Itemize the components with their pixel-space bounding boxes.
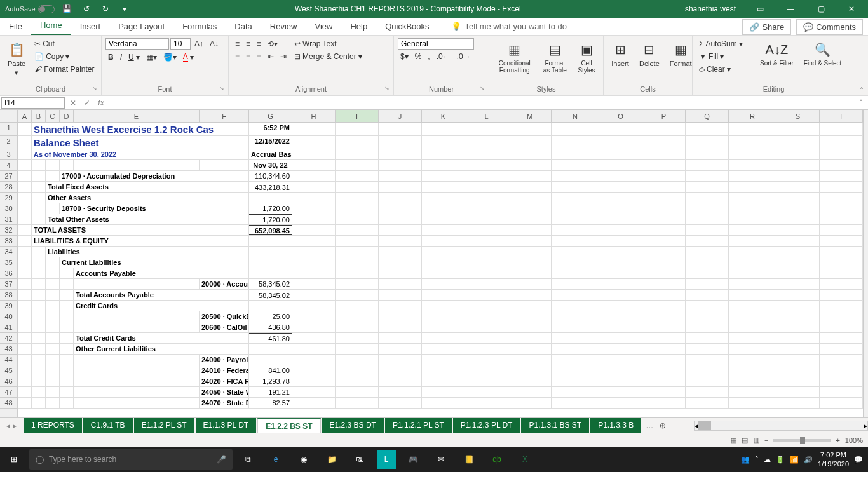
cell-J30[interactable] [379,203,422,214]
cell-Q27[interactable] [686,171,729,181]
cell-M45[interactable] [508,365,552,376]
cell-C28[interactable]: Total Fixed Assets [46,182,249,192]
cell-I4[interactable] [336,160,379,170]
cell-N30[interactable] [552,203,599,214]
cell-J32[interactable] [379,225,422,235]
cell-R27[interactable] [729,171,776,181]
cell-H29[interactable] [292,193,336,203]
cancel-formula-icon[interactable]: ✕ [66,97,80,109]
cell-R32[interactable] [729,225,776,235]
cell-F45[interactable]: 24010 · Federal Withholding [200,365,249,376]
cell-L44[interactable] [465,355,508,365]
cell-L38[interactable] [465,290,508,300]
comments-button[interactable]: 💬 Comments [796,19,863,35]
tray-chevron-icon[interactable]: ˄ [755,456,759,464]
cell-M32[interactable] [508,225,552,235]
align-left-icon[interactable]: ≡ [233,51,242,62]
cell-J33[interactable] [379,236,422,246]
wrap-text-button[interactable]: ↩Wrap Text [292,38,365,50]
cell-L1[interactable] [465,123,508,135]
cell-T46[interactable] [820,376,863,386]
cell-Q42[interactable] [686,333,729,343]
cell-F46[interactable]: 24020 · FICA Payable [200,376,249,386]
cell-H27[interactable] [292,171,336,181]
cell-E41[interactable] [74,322,200,332]
cell-G29[interactable] [249,193,292,203]
row-header-43[interactable]: 43 [0,344,17,355]
close-icon[interactable]: ✕ [837,0,865,18]
row-header-27[interactable]: 27 [0,171,17,182]
grid-row[interactable]: LIABILITIES & EQUITY [18,236,863,247]
column-headers[interactable]: ABCDEFGHIJKLMNOPQRST [0,110,863,123]
cell-O31[interactable] [599,214,642,224]
cell-J31[interactable] [379,214,422,224]
cell-T28[interactable] [820,182,863,192]
cell-I30[interactable] [336,203,379,214]
cell-B42[interactable] [32,333,46,343]
tab-quickbooks[interactable]: QuickBooks [376,18,438,35]
cell-G45[interactable]: 841.00 [249,365,292,376]
column-header-E[interactable]: E [74,110,200,122]
cell-G37[interactable]: 58,345.02 [249,279,292,289]
cell-D48[interactable] [60,398,74,408]
cell-D38[interactable] [60,290,74,300]
comma-format-icon[interactable]: , [425,51,432,62]
cell-D46[interactable] [60,376,74,386]
cell-K28[interactable] [422,182,465,192]
cell-P32[interactable] [642,225,686,235]
cell-Q46[interactable] [686,376,729,386]
cell-N45[interactable] [552,365,599,376]
grid-row[interactable]: Current Liabilities [18,257,863,268]
cell-O35[interactable] [599,257,642,268]
row-header-47[interactable]: 47 [0,387,17,398]
cell-S43[interactable] [776,344,820,354]
cell-I47[interactable] [336,387,379,397]
cell-L28[interactable] [465,182,508,192]
cell-C45[interactable] [46,365,60,376]
grid-row[interactable]: Other Assets [18,193,863,203]
enter-formula-icon[interactable]: ✓ [80,97,94,109]
cell-N28[interactable] [552,182,599,192]
column-header-B[interactable]: B [32,110,46,122]
cell-I45[interactable] [336,365,379,376]
cell-O30[interactable] [599,203,642,214]
cell-G44[interactable] [249,355,292,365]
notifications-icon[interactable]: 💬 [854,456,863,464]
cell-A3[interactable] [18,149,32,159]
column-header-G[interactable]: G [249,110,292,122]
cell-L30[interactable] [465,203,508,214]
sheet-tab[interactable]: P1.1.2.1 PL ST [385,418,452,433]
quickbooks-icon[interactable]: qb [483,447,511,472]
cell-S4[interactable] [776,160,820,170]
cell-M2[interactable] [508,136,552,149]
cell-C43[interactable] [46,344,60,354]
cell-S32[interactable] [776,225,820,235]
cell-N34[interactable] [552,247,599,257]
cell-T39[interactable] [820,301,863,311]
merge-center-button[interactable]: ⊟Merge & Center▾ [292,51,365,62]
cell-L31[interactable] [465,214,508,224]
cell-I44[interactable] [336,355,379,365]
cell-C31[interactable]: Total Other Assets [46,214,249,224]
cell-O38[interactable] [599,290,642,300]
cell-O45[interactable] [599,365,642,376]
cell-A30[interactable] [18,203,32,214]
grid-row[interactable]: 24070 · State Disability Payable82.57 [18,398,863,409]
cell-N32[interactable] [552,225,599,235]
cell-D35[interactable]: Current Liabilities [60,257,249,268]
cell-H47[interactable] [292,387,336,397]
italic-button[interactable]: I [118,51,125,63]
column-header-P[interactable]: P [642,110,686,122]
cell-H43[interactable] [292,344,336,354]
cell-R48[interactable] [729,398,776,408]
cell-G27[interactable]: -110,344.60 [249,171,292,181]
format-as-table-button[interactable]: ▤Format as Table [539,38,571,84]
cell-A29[interactable] [18,193,32,203]
cell-B43[interactable] [32,344,46,354]
cell-styles-button[interactable]: ▣Cell Styles [574,38,599,84]
tab-page-layout[interactable]: Page Layout [109,18,173,35]
orientation-icon[interactable]: ⟲▾ [265,38,280,50]
cell-B27[interactable] [32,171,46,181]
cell-Q40[interactable] [686,311,729,322]
cell-J43[interactable] [379,344,422,354]
